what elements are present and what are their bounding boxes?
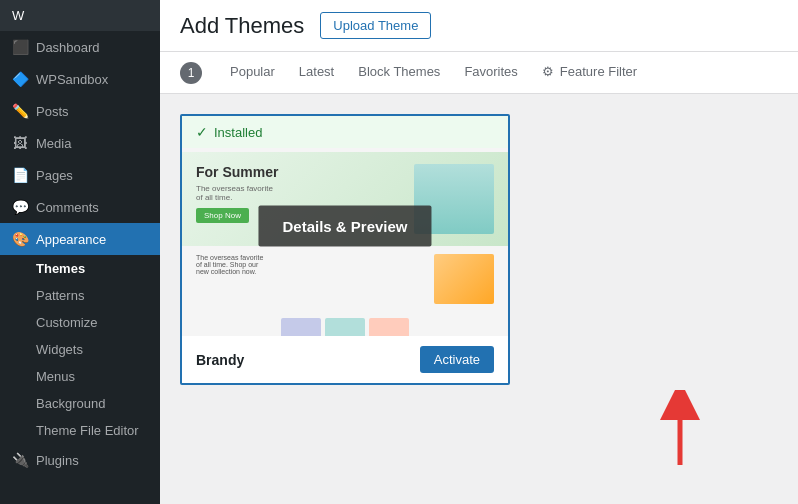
preview-subtext: The overseas favoriteof all time. bbox=[196, 184, 278, 202]
posts-icon: ✏️ bbox=[12, 103, 28, 119]
submenu-themes[interactable]: Themes bbox=[0, 255, 160, 282]
appearance-submenu: Themes Patterns Customize Widgets Menus … bbox=[0, 255, 160, 444]
dashboard-icon: ⬛ bbox=[12, 39, 28, 55]
gear-icon: ⚙ bbox=[542, 64, 554, 79]
submenu-customize[interactable]: Customize bbox=[0, 309, 160, 336]
sidebar-label-pages: Pages bbox=[36, 168, 73, 183]
installed-text: Installed bbox=[214, 125, 262, 140]
sidebar-item-plugins[interactable]: 🔌 Plugins bbox=[0, 444, 160, 476]
plugins-icon: 🔌 bbox=[12, 452, 28, 468]
check-icon: ✓ bbox=[196, 124, 208, 140]
sidebar-item-dashboard[interactable]: ⬛ Dashboard bbox=[0, 31, 160, 63]
sidebar-item-appearance[interactable]: 🎨 Appearance bbox=[0, 223, 160, 255]
sidebar-item-media[interactable]: 🖼 Media bbox=[0, 127, 160, 159]
upload-theme-button[interactable]: Upload Theme bbox=[320, 12, 431, 39]
theme-count-badge: 1 bbox=[180, 62, 202, 84]
sidebar-label-dashboard: Dashboard bbox=[36, 40, 100, 55]
preview-title: For Summer bbox=[196, 164, 278, 180]
theme-grid: ✓ Installed For Summer The overseas favo… bbox=[160, 94, 798, 405]
appearance-icon: 🎨 bbox=[12, 231, 28, 247]
tabs-bar: 1 Popular Latest Block Themes Favorites … bbox=[160, 52, 798, 94]
comments-icon: 💬 bbox=[12, 199, 28, 215]
details-preview-overlay[interactable]: Details & Preview bbox=[258, 206, 431, 247]
sidebar-item-pages[interactable]: 📄 Pages bbox=[0, 159, 160, 191]
pages-icon: 📄 bbox=[12, 167, 28, 183]
preview-body-text: The overseas favoriteof all time. Shop o… bbox=[196, 254, 426, 275]
sidebar-label-plugins: Plugins bbox=[36, 453, 79, 468]
preview-product-3 bbox=[369, 318, 409, 336]
tab-latest[interactable]: Latest bbox=[287, 52, 346, 94]
sidebar-item-posts[interactable]: ✏️ Posts bbox=[0, 95, 160, 127]
submenu-patterns[interactable]: Patterns bbox=[0, 282, 160, 309]
preview-product-image bbox=[434, 254, 494, 304]
installed-badge: ✓ Installed bbox=[182, 116, 508, 148]
sidebar-wp-logo[interactable]: W bbox=[0, 0, 160, 31]
tab-favorites[interactable]: Favorites bbox=[452, 52, 529, 94]
tab-feature-filter[interactable]: ⚙ Feature Filter bbox=[530, 52, 649, 94]
sidebar-label-media: Media bbox=[36, 136, 71, 151]
media-icon: 🖼 bbox=[12, 135, 28, 151]
theme-card-brandy: ✓ Installed For Summer The overseas favo… bbox=[180, 114, 510, 385]
sidebar-label-posts: Posts bbox=[36, 104, 69, 119]
wpsandbox-icon: 🔷 bbox=[12, 71, 28, 87]
main-content: Add Themes Upload Theme 1 Popular Latest… bbox=[160, 0, 798, 504]
page-title: Add Themes bbox=[180, 13, 304, 39]
preview-products-row bbox=[182, 312, 508, 336]
preview-shop-btn: Shop Now bbox=[196, 208, 249, 223]
submenu-menus[interactable]: Menus bbox=[0, 363, 160, 390]
tab-popular[interactable]: Popular bbox=[218, 52, 287, 94]
sidebar-label-wpsandbox: WPSandbox bbox=[36, 72, 108, 87]
theme-preview: ✓ Installed For Summer The overseas favo… bbox=[182, 116, 508, 336]
sidebar: W ⬛ Dashboard 🔷 WPSandbox ✏️ Posts 🖼 Med… bbox=[0, 0, 160, 504]
tab-block-themes[interactable]: Block Themes bbox=[346, 52, 452, 94]
sidebar-item-wpsandbox[interactable]: 🔷 WPSandbox bbox=[0, 63, 160, 95]
submenu-theme-file-editor[interactable]: Theme File Editor bbox=[0, 417, 160, 444]
sidebar-label-comments: Comments bbox=[36, 200, 99, 215]
theme-name: Brandy bbox=[196, 352, 244, 368]
wp-icon: W bbox=[12, 8, 24, 23]
arrow-indicator bbox=[650, 390, 710, 474]
submenu-widgets[interactable]: Widgets bbox=[0, 336, 160, 363]
theme-card-footer: Brandy Activate bbox=[182, 336, 508, 383]
sidebar-item-comments[interactable]: 💬 Comments bbox=[0, 191, 160, 223]
sidebar-label-appearance: Appearance bbox=[36, 232, 106, 247]
theme-grid-body: ✓ Installed For Summer The overseas favo… bbox=[160, 94, 798, 504]
page-header: Add Themes Upload Theme bbox=[160, 0, 798, 52]
preview-middle-section: The overseas favoriteof all time. Shop o… bbox=[182, 246, 508, 312]
preview-product-2 bbox=[325, 318, 365, 336]
submenu-background[interactable]: Background bbox=[0, 390, 160, 417]
preview-product-1 bbox=[281, 318, 321, 336]
activate-button[interactable]: Activate bbox=[420, 346, 494, 373]
